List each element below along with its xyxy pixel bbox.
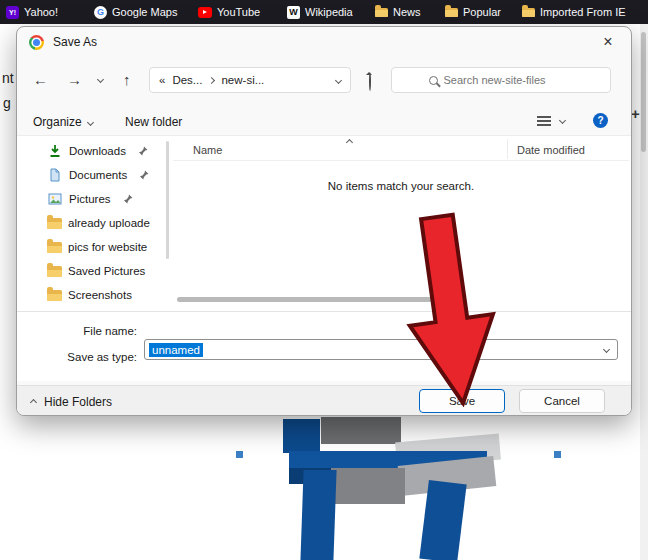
new-folder-button[interactable]: New folder: [125, 115, 182, 129]
google-icon: G: [94, 6, 107, 19]
pictures-icon: [47, 191, 63, 207]
documents-icon: [47, 167, 63, 183]
file-name-label: File name:: [17, 325, 137, 337]
browser-page: nt g + Y!Yahoo! GGoogle Maps YouTube WWi…: [0, 0, 648, 560]
folder-icon: [47, 290, 62, 301]
robot-image-part: [283, 419, 320, 453]
column-header-date-modified[interactable]: Date modified: [517, 144, 585, 156]
pin-icon: [123, 194, 133, 204]
page-text-fragment: nt: [2, 70, 14, 86]
downloads-icon: [47, 143, 63, 159]
chevron-up-icon: [30, 398, 37, 405]
dialog-title-bar[interactable]: Save As: [17, 27, 632, 57]
chevron-down-icon[interactable]: [603, 346, 610, 353]
bookmark-label: Yahoo!: [24, 6, 58, 18]
bookmark-label: Imported From IE: [540, 6, 626, 18]
sidebar-item-screenshots[interactable]: Screenshots: [17, 283, 165, 307]
folder-icon: [375, 8, 388, 17]
breadcrumb-item[interactable]: Des...: [172, 74, 202, 86]
dialog-title: Save As: [53, 35, 97, 49]
close-button[interactable]: ×: [593, 31, 623, 53]
hide-folders-label: Hide Folders: [44, 395, 112, 409]
bookmarks-bar: Y!Yahoo! GGoogle Maps YouTube WWikipedia…: [0, 0, 648, 24]
bookmark-wikipedia[interactable]: WWikipedia: [287, 0, 353, 24]
folder-icon: [445, 8, 458, 17]
organize-label: Organize: [33, 115, 82, 129]
wikipedia-icon: W: [287, 6, 300, 19]
robot-image-part: [331, 468, 405, 504]
sidebar-item-label: already uploade: [68, 217, 150, 229]
save-as-dialog: Save As × ← → ↑ « Des... new-si... Organ…: [16, 26, 632, 416]
view-options-chevron-icon[interactable]: [559, 117, 566, 124]
recent-locations-chevron-icon[interactable]: [97, 76, 104, 83]
sidebar-item-label: Documents: [69, 169, 127, 181]
bookmark-label: YouTube: [217, 6, 260, 18]
page-text-fragment: g: [3, 95, 11, 111]
breadcrumb-dropdown-icon[interactable]: [335, 76, 342, 83]
file-name-value: unnamed: [149, 343, 203, 357]
pin-icon: [139, 170, 149, 180]
bookmark-folder-popular[interactable]: Popular: [445, 0, 501, 24]
folder-icon: [522, 8, 535, 17]
robot-image-part: [321, 417, 401, 444]
pin-icon: [138, 146, 148, 156]
cancel-button[interactable]: Cancel: [519, 389, 605, 413]
bookmark-youtube[interactable]: YouTube: [198, 0, 260, 24]
sidebar-scrollbar-thumb[interactable]: [166, 141, 169, 259]
help-icon[interactable]: ?: [593, 113, 608, 128]
breadcrumb-separator-icon: [208, 76, 215, 83]
bookmark-folder-imported[interactable]: Imported From IE: [522, 0, 626, 24]
refresh-icon[interactable]: [369, 72, 371, 91]
new-folder-label: New folder: [125, 115, 182, 129]
sidebar-item-documents[interactable]: Documents: [17, 163, 165, 187]
bookmark-label: Google Maps: [112, 6, 177, 18]
breadcrumb: « Des... new-si...: [149, 67, 351, 93]
folder-icon: [47, 266, 62, 277]
header-divider: [173, 160, 629, 161]
search-box[interactable]: [391, 67, 611, 93]
save-as-type-label: Save as type:: [17, 351, 137, 363]
column-header-name[interactable]: Name: [193, 144, 222, 156]
bookmark-yahoo[interactable]: Y!Yahoo!: [6, 0, 58, 24]
organize-button[interactable]: Organize: [33, 115, 93, 129]
file-name-input[interactable]: unnamed: [144, 339, 618, 360]
back-button[interactable]: ←: [33, 72, 48, 87]
youtube-icon: [198, 7, 212, 18]
chevron-down-icon: [87, 118, 94, 125]
bookmark-label: News: [393, 6, 421, 18]
sidebar-item-pics-for-website[interactable]: pics for website: [17, 235, 165, 259]
sidebar-item-downloads[interactable]: Downloads: [17, 139, 165, 163]
search-icon: [429, 76, 438, 85]
view-options-icon[interactable]: [537, 116, 551, 126]
selection-handle-right[interactable]: [554, 451, 561, 458]
forward-button[interactable]: →: [67, 72, 82, 87]
sidebar-item-label: Screenshots: [68, 289, 132, 301]
page-scrollbar-track[interactable]: [640, 24, 648, 560]
up-button[interactable]: ↑: [123, 72, 131, 87]
bookmark-label: Popular: [463, 6, 501, 18]
bookmark-folder-news[interactable]: News: [375, 0, 421, 24]
sidebar-item-saved-pictures[interactable]: Saved Pictures: [17, 259, 165, 283]
bookmark-google-maps[interactable]: GGoogle Maps: [94, 0, 177, 24]
sidebar-item-label: Pictures: [69, 193, 111, 205]
list-scrollbar-thumb[interactable]: [177, 297, 432, 302]
yahoo-icon: Y!: [6, 6, 19, 19]
sidebar-item-already-uploade[interactable]: already uploade: [17, 211, 165, 235]
column-divider[interactable]: [507, 139, 508, 159]
search-input[interactable]: [444, 74, 574, 86]
sidebar-item-label: Saved Pictures: [68, 265, 145, 277]
robot-image-part: [419, 480, 466, 560]
folder-icon: [47, 242, 62, 253]
page-scrollbar-thumb[interactable]: [641, 32, 646, 152]
selection-handle-left[interactable]: [236, 451, 243, 458]
folder-icon: [47, 218, 62, 229]
bookmark-label: Wikipedia: [305, 6, 353, 18]
breadcrumb-item[interactable]: new-si...: [221, 74, 264, 86]
hide-folders-button[interactable]: Hide Folders: [31, 395, 112, 409]
robot-image-part: [300, 470, 336, 560]
sidebar-item-label: pics for website: [68, 241, 147, 253]
breadcrumb-collapsed[interactable]: «: [159, 74, 165, 86]
crop-tool-icon-partial[interactable]: +: [631, 105, 640, 122]
sidebar-item-pictures[interactable]: Pictures: [17, 187, 165, 211]
section-divider: [17, 311, 632, 312]
